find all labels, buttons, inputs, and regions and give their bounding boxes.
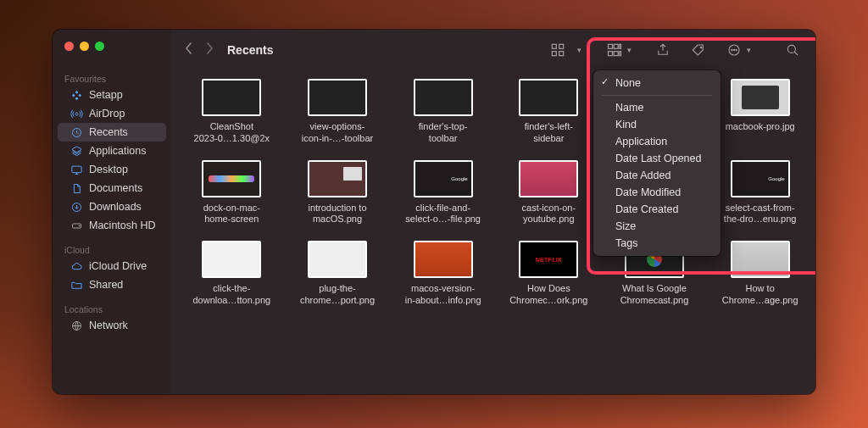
file-item[interactable]: cast-icon-on- youtube.png [498, 160, 599, 226]
file-label: CleanShot 2023-0…1.30@2x [194, 121, 270, 145]
back-button[interactable] [185, 42, 193, 58]
dropdown-item-kind[interactable]: Kind [593, 116, 721, 133]
file-item[interactable]: view-options- icon-in-…-toolbar [287, 79, 388, 145]
file-thumbnail [308, 79, 367, 116]
sidebar-item-label: Setapp [89, 89, 123, 101]
file-label: click-the- downloa…tton.png [192, 283, 270, 307]
file-label: view-options- icon-in-…-toolbar [302, 121, 373, 145]
toolbar: Recents ▾ ▾ ▾ [171, 30, 815, 70]
sidebar-item-shared[interactable]: Shared [58, 275, 166, 294]
svg-rect-8 [559, 44, 564, 48]
sidebar-item-label: Desktop [89, 164, 128, 175]
dropdown-item-name[interactable]: Name [593, 99, 721, 116]
file-label: What Is Google Chromecast.png [620, 283, 689, 307]
cloud-icon [70, 259, 83, 273]
view-as-icons-button[interactable] [548, 41, 567, 59]
svg-point-5 [79, 225, 80, 226]
close-window-button[interactable] [64, 42, 74, 51]
dropdown-item-tags[interactable]: Tags [593, 235, 721, 252]
svg-rect-14 [609, 52, 613, 56]
disk-icon [70, 219, 83, 232]
action-menu-button[interactable]: ▾ [725, 41, 751, 59]
sidebar-item-downloads[interactable]: Downloads [58, 197, 166, 216]
file-item[interactable]: introduction to macOS.png [287, 160, 388, 226]
file-thumbnail [731, 79, 790, 116]
svg-rect-15 [614, 52, 618, 56]
finder-window: Favourites Setapp AirDrop Recents Applic… [53, 30, 815, 394]
file-thumbnail [519, 160, 578, 197]
setapp-icon [70, 88, 83, 102]
file-item[interactable]: select-cast-from- the-dro…enu.png [709, 160, 810, 226]
file-label: finder's-left- sidebar [525, 121, 573, 145]
sidebar-item-documents[interactable]: Documents [58, 179, 166, 197]
sidebar-item-applications[interactable]: Applications [58, 142, 166, 160]
file-item[interactable]: finder's-left- sidebar [498, 79, 599, 145]
sidebar-item-icloud-drive[interactable]: iCloud Drive [58, 257, 166, 275]
sidebar-item-label: Applications [89, 145, 146, 157]
svg-point-20 [733, 49, 734, 50]
sidebar-item-airdrop[interactable]: AirDrop [58, 104, 166, 123]
file-item[interactable]: dock-on-mac- home-screen [181, 160, 282, 226]
dropdown-item-application[interactable]: Application [593, 133, 721, 150]
window-title: Recents [227, 43, 273, 57]
sidebar-item-network[interactable]: Network [58, 316, 166, 335]
sidebar-section-icloud: iCloud [53, 242, 171, 257]
file-label: select-cast-from- the-dro…enu.png [724, 203, 797, 226]
dropdown-item-date-modified[interactable]: Date Modified [593, 184, 721, 201]
file-thumbnail [519, 79, 578, 116]
dropdown-item-date-last-opened[interactable]: Date Last Opened [593, 150, 721, 167]
group-by-button[interactable]: ▾ [605, 41, 632, 59]
search-button[interactable] [783, 41, 802, 59]
sidebar-item-label: Recents [89, 126, 128, 138]
sidebar-item-label: iCloud Drive [89, 260, 147, 272]
svg-rect-7 [552, 44, 556, 48]
file-label: How Does Chromec…ork.png [509, 283, 587, 307]
svg-rect-13 [620, 44, 621, 48]
file-item[interactable]: finder's-top- toolbar [392, 79, 493, 145]
svg-point-22 [787, 45, 795, 53]
tags-button[interactable] [689, 41, 708, 59]
chevron-down-icon[interactable]: ▾ [577, 46, 581, 54]
file-thumbnail [731, 241, 790, 278]
svg-rect-10 [559, 52, 564, 56]
downloads-icon [70, 200, 83, 214]
sidebar-section-locations: Locations [53, 301, 171, 316]
sidebar-item-label: Documents [89, 182, 142, 194]
file-item[interactable]: click-the- downloa…tton.png [181, 241, 282, 307]
file-item[interactable]: macos-version- in-about…info.png [392, 241, 493, 307]
sidebar-item-label: AirDrop [89, 108, 125, 120]
shared-folder-icon [70, 278, 83, 292]
file-thumbnail [414, 160, 473, 197]
svg-rect-9 [552, 52, 556, 56]
fullscreen-window-button[interactable] [95, 42, 104, 51]
navigation-buttons [185, 42, 214, 58]
dropdown-separator [602, 95, 712, 96]
dropdown-item-size[interactable]: Size [593, 218, 721, 235]
file-thumbnail [414, 79, 473, 116]
network-icon [70, 319, 83, 332]
sidebar-item-desktop[interactable]: Desktop [58, 160, 166, 179]
file-item[interactable]: How to Chrome…age.png [709, 241, 810, 307]
dropdown-item-none[interactable]: None [593, 75, 721, 92]
dropdown-item-date-added[interactable]: Date Added [593, 167, 721, 184]
more-actions-icon [725, 41, 743, 59]
sidebar-section-favourites: Favourites [53, 70, 171, 86]
share-button[interactable] [654, 41, 672, 59]
file-item[interactable]: plug-the- chrome…port.png [287, 241, 388, 307]
minimize-window-button[interactable] [80, 42, 89, 51]
dropdown-item-date-created[interactable]: Date Created [593, 201, 721, 218]
group-icon [605, 41, 624, 59]
file-item[interactable]: macbook-pro.jpg [709, 79, 810, 145]
file-label: click-file-and- select-o…-file.png [405, 203, 481, 226]
clock-icon [70, 125, 83, 139]
file-label: macos-version- in-about…info.png [405, 283, 481, 307]
file-item[interactable]: CleanShot 2023-0…1.30@2x [181, 79, 282, 145]
group-by-dropdown: None Name Kind Application Date Last Ope… [593, 70, 721, 256]
sidebar-item-setapp[interactable]: Setapp [58, 86, 166, 104]
file-thumbnail [519, 241, 578, 278]
file-item[interactable]: click-file-and- select-o…-file.png [392, 160, 493, 226]
forward-button[interactable] [205, 42, 214, 58]
sidebar-item-recents[interactable]: Recents [58, 123, 166, 142]
file-item[interactable]: How Does Chromec…ork.png [498, 241, 599, 307]
sidebar-item-macintosh-hd[interactable]: Macintosh HD [58, 216, 166, 235]
